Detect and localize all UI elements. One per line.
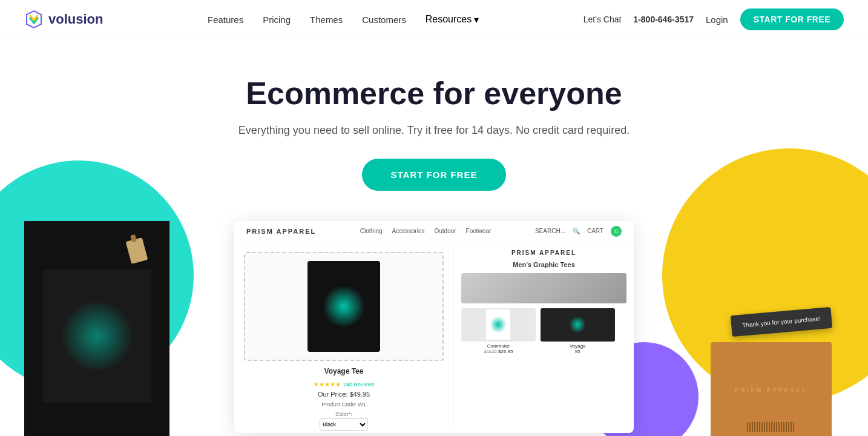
nav-customers[interactable]: Customers: [362, 15, 406, 25]
mockup-navbar: PRISM APPAREL Clothing Accessories Outdo…: [234, 221, 634, 242]
mockup-body: Voyage Tee ★★★★★ 240 Reviews Our Price: …: [234, 242, 634, 430]
sidebar-products: Commuter $48.95 $26.95 Voyage 95: [461, 308, 626, 354]
tshirt-mini-dot: [323, 285, 365, 328]
list-item: Voyage 95: [541, 308, 615, 354]
sidebar-product-name-1: Commuter: [461, 343, 536, 349]
sidebar-product-price-2: 95: [541, 349, 615, 354]
chevron-down-icon: ▾: [474, 14, 479, 25]
hero-section: Ecommerce for everyone Everything you ne…: [0, 39, 868, 436]
tshirt-dot-pattern: [61, 300, 133, 372]
navbar: volusion Features Pricing Themes Custome…: [0, 0, 868, 39]
tshirt-mini-image: [307, 261, 380, 352]
mockup-nav-links: Clothing Accessories Outdoor Footwear: [360, 228, 491, 234]
card-text: Thank you for your purchase!: [742, 315, 821, 328]
sidebar-product-name-2: Voyage: [541, 343, 615, 349]
nav-features[interactable]: Features: [208, 15, 243, 25]
hero-tshirt-left: [24, 221, 169, 436]
phone-number[interactable]: 1-800-646-3517: [633, 15, 694, 24]
hero-subheadline: Everything you need to sell online. Try …: [24, 124, 844, 137]
mockup-link-clothing: Clothing: [360, 228, 383, 234]
desktop-mockup: PRISM APPAREL Clothing Accessories Outdo…: [234, 221, 634, 433]
sidebar-product-image-1: [461, 308, 536, 342]
mockup-product-panel: Voyage Tee ★★★★★ 240 Reviews Our Price: …: [234, 242, 454, 430]
product-price: Our Price: $49.95: [244, 391, 444, 398]
login-link[interactable]: Login: [706, 15, 728, 25]
sidebar-category-image: [461, 273, 626, 303]
mockup-cart-button: 0: [611, 226, 622, 237]
color-label: Color*:: [244, 411, 444, 417]
mockup-cart-label: CART: [587, 228, 603, 234]
nav-themes[interactable]: Themes: [310, 15, 343, 25]
barcode: [747, 422, 795, 432]
mockup-actions: SEARCH... 🔍 CART 0: [535, 226, 622, 237]
tshirt-graphic: [42, 269, 151, 403]
mockup-search-label: SEARCH...: [535, 228, 565, 234]
product-info: Voyage Tee ★★★★★ 240 Reviews Our Price: …: [244, 367, 444, 433]
mockup-product-image: [244, 252, 444, 361]
color-select[interactable]: Black: [320, 418, 368, 431]
mockup-link-accessories: Accessories: [392, 228, 425, 234]
nav-right: Let's Chat 1-800-646-3517 Login START FO…: [584, 8, 844, 30]
sidebar-product-image-2: [541, 308, 615, 342]
box-label: PRISM APPAREL: [735, 387, 807, 394]
hero-headline: Ecommerce for everyone: [24, 76, 844, 112]
brand-name: volusion: [48, 12, 103, 27]
product-price-value: $49.95: [349, 391, 370, 398]
start-free-nav-button[interactable]: START FOR FREE: [740, 8, 844, 30]
chat-label: Let's Chat: [584, 15, 622, 24]
sidebar-brand: PRISM APPAREL: [461, 249, 626, 256]
mockup-link-footwear: Footwear: [466, 228, 492, 234]
list-item: Commuter $48.95 $26.95: [461, 308, 536, 354]
tshirt-tag: [126, 237, 148, 264]
nav-links: Features Pricing Themes Customers Resour…: [208, 14, 479, 25]
mockup-sidebar-panel: PRISM APPAREL Men's Graphic Tees Commute…: [454, 242, 634, 430]
sidebar-product-price-1: $48.95 $26.95: [461, 349, 536, 354]
logo[interactable]: volusion: [24, 10, 103, 29]
hero-right-items: Thank you for your purchase! PRISM APPAR…: [662, 221, 844, 436]
search-icon: 🔍: [573, 228, 580, 234]
nav-resources[interactable]: Resources ▾: [426, 14, 479, 25]
sidebar-category: Men's Graphic Tees: [461, 261, 626, 268]
nav-pricing[interactable]: Pricing: [263, 15, 291, 25]
product-box: PRISM APPAREL: [711, 342, 832, 436]
hero-images: PRISM APPAREL Clothing Accessories Outdo…: [24, 221, 844, 436]
start-free-hero-button[interactable]: START FOR FREE: [362, 159, 507, 191]
business-card: Thank you for your purchase!: [731, 307, 832, 337]
product-code: Product Code: W1: [244, 401, 444, 408]
mockup-brand: PRISM APPAREL: [246, 228, 316, 235]
volusion-logo-icon: [24, 10, 44, 29]
product-title: Voyage Tee: [244, 367, 444, 375]
product-stars: ★★★★★: [314, 381, 341, 388]
product-reviews: 240 Reviews: [343, 382, 375, 388]
mockup-link-outdoor: Outdoor: [434, 228, 456, 234]
